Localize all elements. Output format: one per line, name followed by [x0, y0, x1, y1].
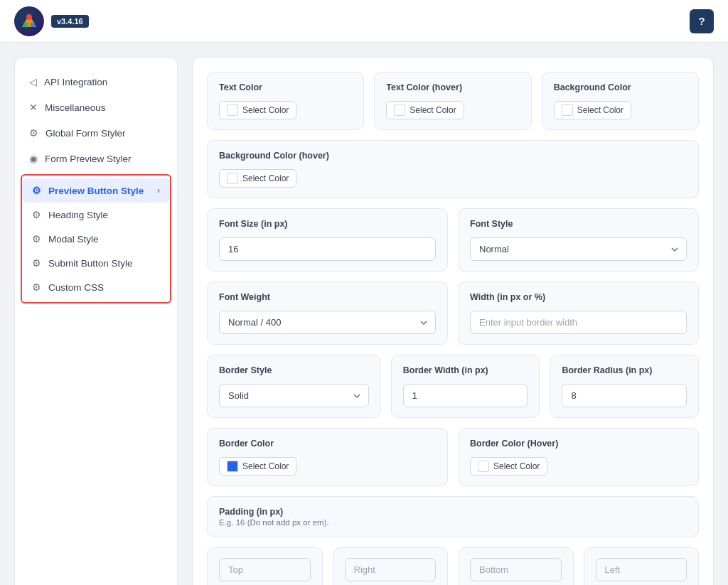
- border-color-swatch: [227, 461, 238, 472]
- bg-color-hover-button[interactable]: Select Color: [219, 169, 296, 188]
- border-style-card: Border Style Solid Dashed Dotted None: [207, 355, 381, 418]
- svg-point-1: [26, 14, 32, 20]
- sidebar: ◁ API Integration ✕ Miscellaneous ⚙ Glob…: [14, 57, 178, 585]
- border-color-card: Border Color Select Color: [207, 428, 448, 486]
- font-style-label: Font Style: [470, 219, 687, 229]
- padding-top-card: [207, 547, 323, 585]
- sidebar-item-heading-style[interactable]: ⚙ Heading Style: [22, 203, 170, 227]
- border-color-button[interactable]: Select Color: [219, 457, 296, 476]
- text-color-swatch: [227, 104, 238, 116]
- text-color-hover-card: Text Color (hover) Select Color: [374, 72, 531, 130]
- border-color-hover-swatch: [478, 461, 489, 472]
- padding-section: Padding (in px) E.g. 16 (Do not add px o…: [207, 496, 699, 537]
- logo-svg: [19, 11, 39, 31]
- border-style-select[interactable]: Solid Dashed Dotted None: [219, 384, 369, 407]
- sidebar-label: API Integration: [44, 77, 107, 87]
- text-color-hover-button[interactable]: Select Color: [386, 101, 464, 119]
- main-container: ◁ API Integration ✕ Miscellaneous ⚙ Glob…: [0, 43, 728, 585]
- text-color-label: Text Color: [219, 82, 352, 92]
- nav-icon: ◁: [29, 76, 37, 87]
- padding-right-card: [333, 547, 449, 585]
- font-size-label: Font Size (in px): [219, 219, 436, 229]
- content-panel: Text Color Select Color Text Color (hove…: [192, 57, 714, 585]
- padding-top-input[interactable]: [219, 558, 311, 581]
- font-style-select[interactable]: Normal Italic Oblique: [470, 237, 687, 261]
- text-color-button[interactable]: Select Color: [219, 101, 296, 119]
- logo: [14, 6, 44, 36]
- font-size-input[interactable]: [219, 237, 436, 261]
- border-width-label: Border Width (in px): [403, 365, 528, 375]
- help-button[interactable]: ?: [690, 9, 714, 33]
- sidebar-label: Custom CSS: [48, 282, 104, 293]
- sidebar-label: Miscellaneous: [45, 102, 106, 113]
- sidebar-label: Submit Button Style: [48, 258, 133, 269]
- sidebar-item-miscellaneous[interactable]: ✕ Miscellaneous: [15, 95, 177, 120]
- header: v3.4.16 ?: [0, 0, 728, 43]
- bg-color-hover-card: Background Color (hover) Select Color: [207, 140, 699, 198]
- font-weight-label: Font Weight: [219, 292, 436, 302]
- sidebar-label: Global Form Styler: [46, 128, 126, 139]
- padding-inputs-row: [207, 547, 699, 585]
- gear-icon: ⚙: [32, 281, 41, 293]
- text-color-card: Text Color Select Color: [207, 72, 364, 130]
- bg-color-hover-label: Background Color (hover): [219, 151, 687, 161]
- eye-icon: ◉: [29, 153, 38, 164]
- sidebar-label: Preview Button Style: [48, 186, 144, 196]
- border-radius-label: Border Radius (in px): [562, 365, 687, 375]
- width-input[interactable]: [470, 311, 687, 334]
- svg-rect-3: [31, 23, 35, 27]
- gear-icon: ⚙: [32, 185, 41, 196]
- version-badge: v3.4.16: [51, 15, 89, 28]
- bg-color-button[interactable]: Select Color: [554, 101, 631, 119]
- sidebar-item-modal-style[interactable]: ⚙ Modal Style: [22, 227, 170, 251]
- border-color-hover-card: Border Color (Hover) Select Color: [458, 428, 699, 486]
- bg-color-hover-btn-label: Select Color: [242, 173, 289, 183]
- header-left: v3.4.16: [14, 6, 89, 36]
- nav-icon: ✕: [29, 102, 38, 113]
- border-radius-input[interactable]: [562, 384, 687, 407]
- padding-bottom-card: [458, 547, 574, 585]
- padding-hint: E.g. 16 (Do not add px or em).: [219, 518, 687, 527]
- border-width-input[interactable]: [403, 384, 528, 407]
- border-radius-card: Border Radius (in px): [550, 355, 699, 418]
- text-color-hover-label: Text Color (hover): [386, 82, 519, 92]
- sidebar-label: Modal Style: [48, 234, 99, 245]
- font-row: Font Size (in px) Font Style Normal Ital…: [207, 208, 699, 272]
- sidebar-item-form-preview-styler[interactable]: ◉ Form Preview Styler: [15, 146, 177, 171]
- logo-inner: [14, 6, 44, 36]
- color-row: Text Color Select Color Text Color (hove…: [207, 72, 699, 198]
- bg-color-swatch: [562, 104, 573, 116]
- font-size-card: Font Size (in px): [207, 208, 448, 272]
- sidebar-item-global-form-styler[interactable]: ⚙ Global Form Styler: [15, 120, 177, 146]
- border-color-btn-label: Select Color: [242, 461, 289, 471]
- font-weight-select[interactable]: Normal / 400 Bold / 700 Light / 300 Medi…: [219, 311, 436, 334]
- bg-color-label: Background Color: [554, 82, 687, 92]
- chevron-right-icon: ›: [157, 186, 160, 195]
- sidebar-label: Heading Style: [48, 210, 108, 220]
- text-color-btn-label: Select Color: [242, 105, 289, 115]
- sidebar-item-submit-button-style[interactable]: ⚙ Submit Button Style: [22, 251, 170, 275]
- gear-icon: ⚙: [32, 257, 41, 269]
- sidebar-item-api-integration[interactable]: ◁ API Integration: [15, 69, 177, 95]
- padding-right-input[interactable]: [345, 558, 437, 581]
- border-color-hover-btn-label: Select Color: [493, 461, 540, 471]
- border-color-hover-label: Border Color (Hover): [470, 439, 687, 449]
- width-label: Width (in px or %): [470, 292, 687, 302]
- weight-width-row: Font Weight Normal / 400 Bold / 700 Ligh…: [207, 281, 699, 345]
- sidebar-item-preview-button-style[interactable]: ⚙ Preview Button Style ›: [22, 178, 170, 203]
- sidebar-label: Form Preview Styler: [45, 154, 132, 164]
- border-color-hover-button[interactable]: Select Color: [470, 457, 547, 476]
- sidebar-item-custom-css[interactable]: ⚙ Custom CSS: [22, 275, 170, 299]
- width-card: Width (in px or %): [458, 281, 699, 345]
- font-weight-card: Font Weight Normal / 400 Bold / 700 Ligh…: [207, 281, 448, 345]
- padding-bottom-input[interactable]: [470, 558, 562, 581]
- border-width-card: Border Width (in px): [391, 355, 540, 418]
- padding-title: Padding (in px): [219, 507, 687, 517]
- padding-left-input[interactable]: [596, 558, 687, 581]
- border-row: Border Style Solid Dashed Dotted None Bo…: [207, 355, 699, 418]
- bg-color-btn-label: Select Color: [577, 105, 623, 115]
- bg-color-hover-swatch: [227, 173, 238, 184]
- border-color-row: Border Color Select Color Border Color (…: [207, 428, 699, 486]
- svg-rect-2: [23, 23, 28, 27]
- gear-icon: ⚙: [32, 233, 41, 245]
